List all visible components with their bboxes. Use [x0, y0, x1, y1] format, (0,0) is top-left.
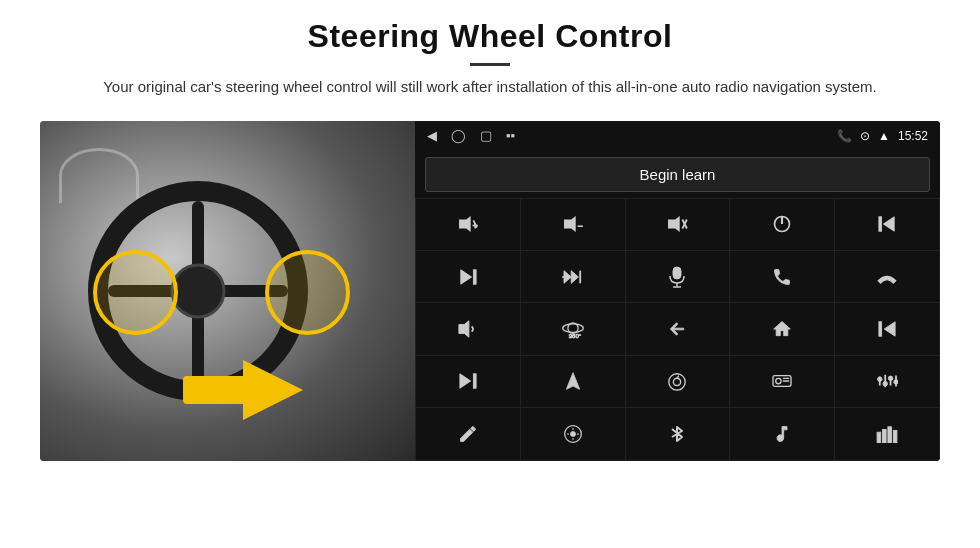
svg-text:+: +	[472, 222, 477, 232]
page-title: Steering Wheel Control	[40, 18, 940, 55]
svg-marker-13	[461, 269, 472, 283]
svg-point-35	[776, 379, 781, 384]
home-icon[interactable]: ◯	[451, 128, 466, 143]
svg-rect-14	[473, 269, 476, 283]
bars-button[interactable]	[835, 408, 939, 459]
svg-marker-22	[459, 321, 469, 337]
fast-forward-button[interactable]	[521, 251, 625, 302]
svg-text:−: −	[577, 221, 582, 231]
svg-point-47	[570, 431, 575, 436]
status-bar: ◀ ◯ ▢ ▪▪ 📞 ⊙ ▲ 15:52	[415, 121, 940, 151]
begin-learn-button[interactable]: Begin learn	[425, 157, 930, 192]
vol-up-button[interactable]: +	[416, 199, 520, 250]
svg-point-41	[883, 382, 888, 387]
mic-button[interactable]	[626, 251, 730, 302]
svg-rect-51	[893, 430, 897, 443]
radio-button[interactable]	[730, 356, 834, 407]
svg-rect-12	[879, 217, 882, 231]
equalizer-button[interactable]	[835, 356, 939, 407]
power-button[interactable]	[730, 199, 834, 250]
title-divider	[470, 63, 510, 66]
svg-marker-11	[883, 217, 894, 231]
svg-point-31	[669, 374, 685, 390]
music-button[interactable]	[730, 408, 834, 459]
bluetooth-button[interactable]	[626, 408, 730, 459]
skip-back-button[interactable]	[835, 303, 939, 354]
svg-point-39	[878, 377, 883, 382]
controls-grid: + −	[415, 198, 940, 461]
speaker-button[interactable]	[416, 303, 520, 354]
sw-center	[170, 263, 225, 318]
svg-text:360°: 360°	[568, 333, 581, 339]
svg-point-43	[888, 376, 893, 381]
title-section: Steering Wheel Control Your original car…	[40, 18, 940, 99]
settings-circle-button[interactable]	[521, 408, 625, 459]
hang-up-button[interactable]	[835, 251, 939, 302]
page-container: Steering Wheel Control Your original car…	[0, 0, 980, 548]
status-bar-left: ◀ ◯ ▢ ▪▪	[427, 128, 515, 143]
svg-marker-4	[564, 216, 576, 232]
skip-fwd-button[interactable]	[416, 356, 520, 407]
car-image	[40, 121, 415, 461]
next-track-button[interactable]	[416, 251, 520, 302]
svg-point-32	[674, 379, 681, 386]
svg-rect-19	[673, 267, 681, 279]
arrow-container	[183, 360, 303, 420]
pen-button[interactable]	[416, 408, 520, 459]
android-screen: ◀ ◯ ▢ ▪▪ 📞 ⊙ ▲ 15:52 Begin learn	[415, 121, 940, 461]
svg-point-24	[562, 324, 583, 333]
home-nav-button[interactable]	[730, 303, 834, 354]
content-row: ◀ ◯ ▢ ▪▪ 📞 ⊙ ▲ 15:52 Begin learn	[40, 121, 940, 461]
phone-call-button[interactable]	[730, 251, 834, 302]
svg-rect-48	[877, 432, 881, 443]
prev-track-button[interactable]	[835, 199, 939, 250]
time-display: 15:52	[898, 129, 928, 143]
svg-rect-26	[879, 322, 882, 336]
phone-icon: 📞	[837, 129, 852, 143]
highlight-circle-right	[265, 250, 350, 335]
wifi-icon: ▲	[878, 129, 890, 143]
vol-down-button[interactable]: −	[521, 199, 625, 250]
svg-line-33	[677, 376, 679, 379]
navigate-button[interactable]	[521, 356, 625, 407]
eject-button[interactable]	[626, 356, 730, 407]
svg-marker-0	[459, 216, 471, 232]
speedometer-hint	[59, 148, 139, 203]
svg-rect-28	[473, 374, 476, 388]
arrow-head	[243, 360, 303, 420]
status-bar-right: 📞 ⊙ ▲ 15:52	[837, 129, 928, 143]
svg-rect-50	[888, 427, 892, 443]
svg-marker-6	[668, 216, 680, 232]
svg-marker-15	[564, 270, 571, 283]
svg-marker-30	[566, 373, 579, 390]
svg-rect-49	[883, 429, 887, 443]
mute-button[interactable]	[626, 199, 730, 250]
back-nav-button[interactable]	[626, 303, 730, 354]
back-icon[interactable]: ◀	[427, 128, 437, 143]
recent-icon[interactable]: ▢	[480, 128, 492, 143]
location-icon: ⊙	[860, 129, 870, 143]
page-subtitle: Your original car's steering wheel contr…	[80, 76, 900, 99]
360-cam-button[interactable]: 360°	[521, 303, 625, 354]
signal-icon: ▪▪	[506, 128, 515, 143]
svg-point-45	[894, 380, 898, 385]
svg-marker-27	[884, 322, 895, 336]
svg-marker-16	[571, 270, 578, 283]
svg-marker-29	[460, 374, 471, 388]
highlight-circle-left	[93, 250, 178, 335]
begin-learn-row: Begin learn	[415, 151, 940, 198]
